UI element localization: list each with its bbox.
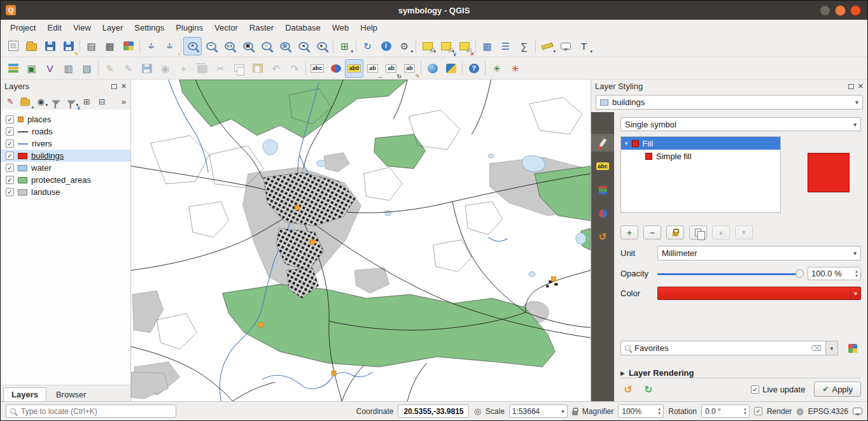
clear-search-icon[interactable]: ⌫ (811, 344, 822, 353)
menu-view[interactable]: View (67, 21, 97, 34)
style-manager-button[interactable] (844, 341, 861, 355)
add-group[interactable]: + (18, 94, 32, 108)
redo-style-button[interactable]: ↻ (641, 382, 656, 397)
float-panel-icon[interactable] (848, 84, 854, 89)
identify-features[interactable]: i (377, 37, 395, 55)
zoom-out[interactable]: − (202, 37, 220, 55)
open-attribute-table[interactable]: ▦ (478, 37, 496, 55)
favorites-dropdown-button[interactable]: ▾ (826, 341, 838, 355)
menu-plugins[interactable]: Plugins (170, 21, 209, 34)
layer-visibility-checkbox[interactable] (6, 152, 14, 160)
layer-item-places[interactable]: places (1, 113, 130, 125)
layer-item-landuse[interactable]: landuse (1, 186, 130, 198)
filter-legend[interactable] (48, 94, 63, 108)
highlight-pinned-labels[interactable]: ab0 (345, 59, 363, 78)
layer-visibility-checkbox[interactable] (6, 127, 14, 136)
menu-web[interactable]: Web (326, 21, 355, 34)
delete-selected[interactable] (193, 59, 211, 78)
layer-labeling-options[interactable]: abc (308, 59, 326, 78)
layer-rendering-toggle[interactable]: ▶ Layer Rendering (620, 368, 861, 378)
layer-visibility-checkbox[interactable] (6, 164, 14, 172)
open-layer-styling-panel[interactable]: ✎ (3, 94, 17, 108)
symbol-tree-simple-fill-row[interactable]: Simple fill (621, 150, 780, 162)
live-update-checkbox[interactable] (751, 385, 759, 394)
scale-lock-icon[interactable] (572, 411, 578, 415)
vertex-tool[interactable]: + (174, 59, 193, 78)
paste-features[interactable] (248, 59, 267, 78)
layer-item-rivers[interactable]: rivers (1, 138, 130, 150)
deselect-features[interactable]: ✕ (455, 37, 473, 55)
save-layer-edits[interactable] (137, 59, 156, 78)
filter-legend-by-expression[interactable]: ε▾ (64, 94, 78, 108)
symbol-tree-fill-row[interactable]: ▾ Fill (621, 137, 780, 150)
graphical-modeler[interactable]: ✳ (506, 59, 524, 78)
close-panel-icon[interactable]: ✕ (121, 83, 127, 90)
pan-map[interactable] (142, 37, 160, 55)
zoom-last[interactable]: ◂ (294, 37, 312, 55)
zoom-to-selection[interactable]: ▪ (257, 37, 276, 55)
lock-symbol-layer-button[interactable] (666, 225, 684, 239)
undo-style-button[interactable]: ↺ (620, 382, 636, 397)
layer-visibility-checkbox[interactable] (6, 115, 14, 124)
close-button[interactable] (850, 5, 861, 16)
statistical-summary[interactable]: ∑ (515, 37, 533, 55)
map-tips[interactable] (556, 37, 575, 55)
render-checkbox[interactable] (754, 407, 762, 415)
new-print-layout[interactable]: ▤ (82, 37, 101, 55)
open-project[interactable] (22, 37, 41, 55)
processing-toolbox[interactable]: ✳ (487, 59, 506, 78)
symbol-type-select[interactable]: Single symbol ▾ (620, 117, 861, 131)
menu-raster[interactable]: Raster (244, 21, 279, 34)
layer-item-protected_areas[interactable]: protected_areas (1, 174, 130, 186)
pan-to-selection[interactable]: ▪ (160, 37, 179, 55)
manage-map-themes[interactable]: ◉▾ (33, 94, 48, 108)
menu-layer[interactable]: Layer (97, 21, 129, 34)
layer-diagram-options[interactable] (326, 59, 345, 78)
locate-input[interactable] (20, 406, 172, 417)
new-shapefile-layer[interactable]: V (41, 59, 59, 78)
layer-visibility-checkbox[interactable] (6, 139, 14, 148)
zoom-in[interactable]: + (183, 37, 202, 55)
float-panel-icon[interactable] (111, 84, 117, 89)
add-symbol-layer-button[interactable]: + (620, 225, 638, 239)
opacity-slider[interactable] (657, 268, 804, 280)
maximize-button[interactable] (835, 5, 846, 16)
messages-icon[interactable] (853, 408, 862, 415)
style-manager[interactable] (119, 37, 137, 55)
remove-symbol-layer-button[interactable]: − (643, 225, 661, 239)
slider-handle[interactable] (795, 269, 804, 278)
select-by-expression[interactable]: ε▾ (437, 37, 455, 55)
move-down-button[interactable]: ▼ (735, 225, 753, 239)
expand-arrow-icon[interactable]: ▾ (625, 140, 628, 146)
add-feature[interactable]: ◉ (156, 59, 174, 78)
select-features[interactable]: ▾ (418, 37, 437, 55)
run-feature-action[interactable]: ⚙▾ (395, 37, 414, 55)
move-label[interactable]: ab↔ (363, 59, 382, 78)
map-canvas[interactable] (131, 80, 591, 401)
layer-item-roads[interactable]: roads (1, 125, 130, 138)
measure[interactable]: ▾ (538, 37, 556, 55)
new-project[interactable] (4, 37, 22, 55)
opacity-spinbox[interactable]: 100.0 % ▲▼ (808, 267, 861, 280)
apply-button[interactable]: ✔ Apply (814, 382, 861, 397)
cut-features[interactable]: ✂ (211, 59, 230, 78)
labels-tab[interactable]: abc (591, 157, 614, 175)
scale-select[interactable]: 1:53664 ▾ (509, 404, 568, 418)
minimize-button[interactable] (820, 5, 830, 16)
text-annotation[interactable]: T▾ (575, 37, 593, 55)
move-up-button[interactable]: ▲ (712, 225, 730, 239)
color-button[interactable]: ▾ (657, 287, 861, 300)
new-geopackage-layer[interactable]: ▣ (22, 59, 41, 78)
dock-tab-layers[interactable]: Layers (3, 387, 46, 401)
unit-select[interactable]: Millimeter ▾ (657, 246, 861, 260)
new-virtual-layer[interactable]: ▥ (59, 59, 78, 78)
crs-label[interactable]: EPSG:4326 (808, 407, 848, 416)
symbology-tab[interactable] (591, 134, 614, 152)
duplicate-symbol-layer-button[interactable] (689, 225, 707, 239)
layer-visibility-checkbox[interactable] (6, 176, 14, 184)
zoom-native[interactable]: 1:1 (220, 37, 239, 55)
rotation-spinbox[interactable]: 0.0 ° ▲▼ (701, 404, 750, 418)
new-map-view[interactable]: ⊞▾ (335, 37, 354, 55)
open-data-source-manager[interactable] (4, 59, 22, 78)
help-contents[interactable]: ? (465, 59, 483, 78)
